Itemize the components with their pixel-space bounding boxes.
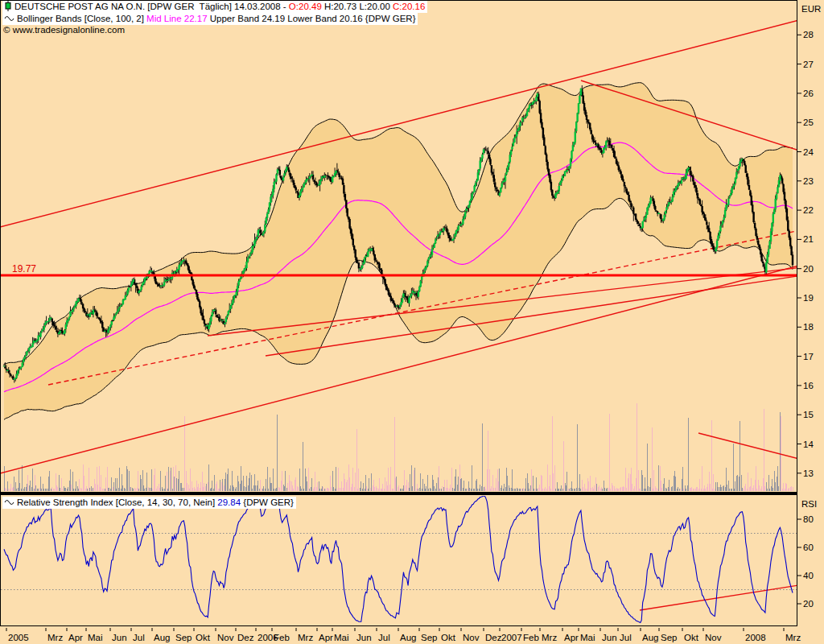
legend-text-segment: {DPW GER} xyxy=(241,497,294,507)
legend-text-segment: Relative Strength Index [Close, 14, 30, … xyxy=(17,497,217,507)
time-axis-tick-label: Sep xyxy=(175,633,192,642)
price-axis-tick-label: 21 xyxy=(803,234,814,244)
time-axis-tick-label: Jun xyxy=(356,633,372,642)
time-axis-tick-label: Mrz xyxy=(47,633,63,642)
bollinger-legend-strip: Bollinger Bands [Close, 100, 2] Mid Line… xyxy=(2,13,418,25)
copyright-label: © www.tradesignalonline.com xyxy=(3,25,125,35)
price-axis-tick-label: 25 xyxy=(803,118,814,127)
time-axis-tick-label: Apr xyxy=(564,633,579,642)
legend-text-segment: H:20.73 L:20.00 xyxy=(322,2,393,11)
time-axis-tick-label: Nov xyxy=(463,633,480,642)
time-axis-tick-label: Aug xyxy=(642,633,658,642)
legend-text-segment: Bollinger Bands [Close, 100, 2] xyxy=(17,14,146,23)
price-axis-tick-label: 27 xyxy=(803,60,814,69)
time-axis-tick-label: Mrz xyxy=(542,633,557,642)
time-axis-tick-label: Jul xyxy=(133,633,145,642)
rsi-axis-tick-label: 60 xyxy=(803,543,814,552)
time-axis-tick-label: Nov xyxy=(705,633,722,642)
price-axis-tick-label: 26 xyxy=(803,89,814,98)
price-axis-tick-label: 24 xyxy=(803,147,814,157)
rsi-legend-text: Relative Strength Index [Close, 14, 30, … xyxy=(17,497,294,508)
legend-text-segment: 29.84 xyxy=(217,497,241,507)
time-axis-tick-label: Mai xyxy=(88,633,103,642)
time-axis-tick-label: Jun xyxy=(112,633,127,642)
time-axis-tick-label: Okt xyxy=(196,633,211,642)
price-axis-tick-label: 13 xyxy=(803,469,814,478)
rsi-axis-tick-label: 20 xyxy=(803,599,814,609)
price-axis-tick-label: 15 xyxy=(803,410,814,419)
time-axis-tick-label: Mai xyxy=(580,633,595,642)
legend-text-segment: DEUTSCHE POST AG NA O.N. [DPW GER Täglic… xyxy=(14,2,289,11)
horizontal-line-price-label: 19.77 xyxy=(12,263,36,275)
bollinger-legend-text: Bollinger Bands [Close, 100, 2] Mid Line… xyxy=(17,13,415,24)
candle-icon xyxy=(4,1,12,11)
instrument-legend-strip: DEUTSCHE POST AG NA O.N. [DPW GER Täglic… xyxy=(2,1,427,13)
legend-text-segment: O:20.49 xyxy=(289,2,322,11)
time-axis-tick-label: Mrz xyxy=(298,633,313,642)
legend-text-segment: C:20.16 xyxy=(393,2,425,11)
price-axis-tick-label: 18 xyxy=(803,322,814,332)
time-axis-tick-label: Jul xyxy=(620,633,632,642)
rsi-legend-strip: Relative Strength Index [Close, 14, 30, … xyxy=(2,497,296,509)
time-axis-tick-label: Okt xyxy=(684,633,699,642)
time-axis-tick-label: Mrz xyxy=(785,633,801,642)
rsi-axis-tick-label: 40 xyxy=(803,571,814,580)
indicator-wave-icon xyxy=(4,14,14,23)
rsi-legend-row[interactable]: Relative Strength Index [Close, 14, 30, … xyxy=(2,497,296,508)
rsi-axis-tick-label: 80 xyxy=(803,514,814,524)
price-axis-tick-label: 17 xyxy=(803,352,814,361)
indicator-wave-icon xyxy=(4,498,14,506)
time-axis-tick-label: Nov xyxy=(217,633,234,642)
time-axis-tick-label: Feb xyxy=(523,633,539,642)
price-chart-svg[interactable]: EUR 28272625242322212019181716151413 RSI… xyxy=(0,0,824,644)
time-axis-tick-label: 2005 xyxy=(8,633,29,642)
time-axis-tick-label: Sep xyxy=(661,633,677,642)
price-axis-tick-label: 14 xyxy=(803,440,814,449)
time-axis-tick-label: Jul xyxy=(378,633,390,642)
price-axis-tick-label: 19 xyxy=(803,293,814,303)
rsi-axis-unit-label: RSI xyxy=(801,499,817,509)
time-axis-tick-label: 2008 xyxy=(745,633,766,642)
legend-text-segment: Upper Band 24.19 Lower Band 20.16 {DPW G… xyxy=(208,14,416,23)
time-axis-tick-label: Apr xyxy=(68,633,83,642)
time-axis-tick-label: Apr xyxy=(319,633,333,642)
price-axis-tick-label: 23 xyxy=(803,176,814,186)
price-axis-tick-label: 20 xyxy=(803,264,814,274)
price-axis-tick-label: 28 xyxy=(803,30,814,39)
instrument-legend-row[interactable]: DEUTSCHE POST AG NA O.N. [DPW GER Täglic… xyxy=(2,1,427,12)
time-axis-tick-label: Aug xyxy=(400,633,416,642)
bollinger-legend-row[interactable]: Bollinger Bands [Close, 100, 2] Mid Line… xyxy=(2,13,418,24)
time-axis-tick-label: Okt xyxy=(441,633,456,642)
time-axis-tick-label: Aug xyxy=(154,633,170,642)
time-axis-tick-label: Sep xyxy=(421,633,437,642)
price-axis-tick-label: 22 xyxy=(803,205,814,215)
price-axis-tick-label: 16 xyxy=(803,381,814,390)
time-axis-tick-label: Feb xyxy=(274,633,290,642)
time-axis-tick-label: 2007 xyxy=(501,633,522,642)
time-axis-tick-label: Jun xyxy=(602,633,617,642)
price-axis-unit-label: EUR xyxy=(801,4,821,14)
time-axis-tick-label: Dez xyxy=(485,633,502,642)
time-axis-tick-label: Mai xyxy=(334,633,349,642)
chart-window: EUR 28272625242322212019181716151413 RSI… xyxy=(0,0,824,644)
instrument-legend-text: DEUTSCHE POST AG NA O.N. [DPW GER Täglic… xyxy=(14,1,425,12)
legend-text-segment: Mid Line 22.17 xyxy=(146,14,207,23)
time-axis-tick-label: Dez xyxy=(237,633,254,642)
